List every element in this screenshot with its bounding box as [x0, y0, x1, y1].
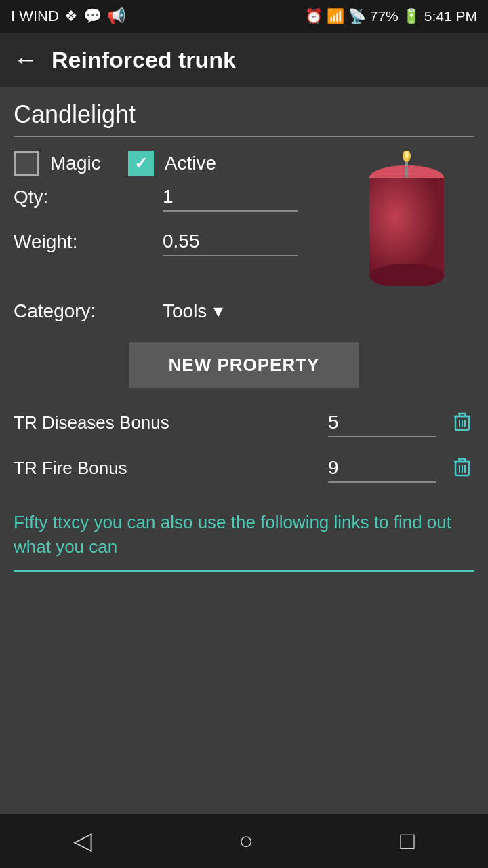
new-property-button[interactable]: NEW PROPERTY — [129, 342, 359, 388]
wifi-icon: 📶 — [327, 8, 344, 24]
signal-icon: 📡 — [348, 8, 366, 24]
svg-rect-1 — [369, 178, 444, 276]
property-1-name: TR Diseases Bonus — [14, 412, 321, 433]
weight-label: Weight: — [14, 231, 163, 253]
battery-text: 77% — [370, 8, 399, 24]
delete-property-2-button[interactable] — [450, 454, 474, 483]
magic-checkbox-box[interactable] — [14, 151, 39, 176]
item-name: Candlelight — [14, 100, 136, 128]
nav-home-button[interactable]: ○ — [239, 827, 253, 855]
nav-recent-button[interactable]: □ — [400, 827, 415, 855]
carrier-text: I WIND — [11, 7, 59, 25]
main-content: Candlelight Magic ✓ Active — [0, 87, 488, 814]
trash-icon — [450, 454, 474, 478]
qty-input[interactable] — [163, 183, 298, 212]
checkmark-icon: ✓ — [134, 154, 148, 173]
candle-svg — [356, 151, 458, 286]
dropbox-icon: ❖ — [64, 7, 78, 25]
page-title: Reinforced trunk — [52, 47, 236, 73]
weight-row: Weight: — [14, 228, 339, 256]
active-label: Active — [165, 153, 216, 174]
back-button[interactable]: ← — [14, 45, 38, 74]
item-name-section: Candlelight — [14, 100, 474, 137]
status-bar: I WIND ❖ 💬 📢 ⏰ 📶 📡 77% 🔋 5:41 PM — [0, 0, 488, 33]
time-text: 5:41 PM — [424, 8, 477, 24]
alarm-icon: ⏰ — [305, 8, 323, 24]
category-row: Category: Tools ▾ — [14, 300, 474, 322]
qty-label: Qty: — [14, 186, 163, 208]
active-checkbox[interactable]: ✓ Active — [128, 151, 216, 176]
checkbox-image-row: Magic ✓ Active Qty: Weight: — [14, 151, 474, 286]
candle-image — [339, 151, 474, 286]
note-section: Ftfty ttxcy you can also use the followi… — [14, 499, 474, 572]
properties-list: TR Diseases Bonus TR Fire Bonus — [14, 408, 474, 483]
property-2-input[interactable] — [328, 454, 436, 483]
speakerphone-icon: 📢 — [107, 7, 125, 25]
delete-property-1-button[interactable] — [450, 408, 474, 437]
property-row: TR Diseases Bonus — [14, 408, 474, 437]
whatsapp-icon: 💬 — [83, 7, 102, 25]
svg-point-5 — [405, 151, 409, 158]
category-value: Tools — [163, 300, 207, 322]
status-bar-right: ⏰ 📶 📡 77% 🔋 5:41 PM — [305, 8, 477, 24]
property-1-input[interactable] — [328, 409, 436, 437]
dropdown-arrow-icon: ▾ — [214, 300, 223, 322]
magic-checkbox[interactable]: Magic — [14, 151, 101, 176]
active-checkbox-box[interactable]: ✓ — [128, 151, 154, 176]
battery-icon: 🔋 — [403, 8, 420, 24]
category-dropdown[interactable]: Tools ▾ — [163, 300, 223, 322]
property-2-name: TR Fire Bonus — [14, 458, 321, 479]
magic-label: Magic — [50, 153, 101, 174]
trash-icon — [450, 408, 474, 433]
weight-input[interactable] — [163, 228, 298, 256]
property-row: TR Fire Bonus — [14, 454, 474, 483]
checkbox-area: Magic ✓ Active Qty: Weight: — [14, 151, 339, 273]
checkbox-pair: Magic ✓ Active — [14, 151, 339, 176]
nav-back-button[interactable]: ◁ — [73, 827, 92, 855]
qty-row: Qty: — [14, 183, 339, 212]
status-bar-left: I WIND ❖ 💬 📢 — [11, 7, 125, 25]
note-text: Ftfty ttxcy you can also use the followi… — [14, 510, 474, 559]
category-label: Category: — [14, 300, 163, 322]
app-bar: ← Reinforced trunk — [0, 33, 488, 87]
bottom-nav: ◁ ○ □ — [0, 814, 488, 868]
